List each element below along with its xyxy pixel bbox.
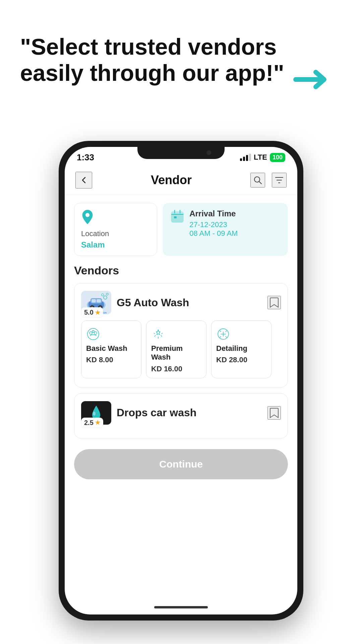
vendors-section: Vendors — [65, 264, 297, 438]
vendor-rating-drops: 2.5 ★ — [81, 418, 103, 428]
service-card-detailing[interactable]: Detailing KD 28.00 — [211, 320, 272, 378]
status-time: 1:33 — [77, 152, 94, 163]
vendors-heading: Vendors — [74, 264, 288, 277]
arrival-card: Arrival Time 27-12-2023 08 AM - 09 AM — [163, 203, 288, 256]
phone-frame: 1:33 LTE 100 Ven — [59, 141, 303, 621]
svg-rect-3 — [171, 214, 183, 222]
svg-point-1 — [85, 213, 89, 217]
premium-wash-icon — [151, 327, 201, 341]
bookmark-button-g5[interactable] — [267, 296, 281, 309]
battery-badge: 100 — [270, 153, 285, 162]
vendor-logo-wrap-drops: Drops car wash 2.5 ★ — [81, 401, 111, 425]
app-content: Vendor — [65, 166, 297, 614]
arrow-icon — [292, 66, 333, 93]
vendor-header-drops: Drops car wash 2.5 ★ Drops car wash — [81, 401, 281, 425]
continue-button[interactable]: Continue — [74, 449, 288, 479]
svg-point-25 — [93, 412, 96, 416]
svg-point-19 — [87, 328, 99, 340]
info-row: Location Salam A — [65, 195, 297, 264]
svg-point-22 — [94, 332, 97, 334]
quote-section: "Select trusted vendors easily through o… — [20, 34, 342, 93]
home-indicator — [154, 606, 208, 608]
service-card-basic-wash[interactable]: Basic Wash KD 8.00 — [81, 320, 141, 378]
svg-rect-4 — [174, 216, 177, 218]
star-icon-drops: ★ — [95, 419, 100, 426]
location-card: Location Salam — [74, 203, 157, 256]
svg-rect-9 — [92, 299, 96, 303]
service-card-premium-wash[interactable]: Premium Wash KD 16.00 — [146, 320, 206, 378]
arrival-title: Arrival Time — [189, 209, 238, 218]
detailing-icon — [216, 327, 266, 341]
basic-wash-name: Basic Wash — [86, 344, 136, 353]
location-pin-icon — [81, 209, 94, 226]
back-button[interactable] — [75, 172, 92, 189]
vendor-header-g5: G5 AUTO WASH 5.0 ★ G5 Auto Wash — [81, 291, 281, 314]
detailing-price: KD 28.00 — [216, 356, 266, 364]
arrival-info: Arrival Time 27-12-2023 08 AM - 09 AM — [189, 209, 238, 238]
vendor-card-g5: G5 AUTO WASH 5.0 ★ G5 Auto Wash — [74, 283, 288, 387]
svg-rect-10 — [97, 299, 101, 303]
premium-wash-name: Premium Wash — [151, 344, 201, 362]
quote-text: "Select trusted vendors easily through o… — [20, 34, 284, 86]
camera-dot — [206, 150, 211, 155]
arrival-date: 27-12-2023 — [189, 220, 238, 229]
search-button[interactable] — [250, 173, 265, 187]
location-value: Salam — [81, 240, 105, 250]
nav-title: Vendor — [151, 173, 192, 187]
continue-btn-wrap: Continue — [65, 444, 297, 489]
status-icons: LTE 100 — [240, 153, 285, 162]
premium-wash-price: KD 16.00 — [151, 365, 201, 373]
detailing-name: Detailing — [216, 344, 266, 353]
vendor-logo-wrap-g5: G5 AUTO WASH 5.0 ★ — [81, 291, 111, 314]
star-icon: ★ — [95, 309, 100, 316]
services-row-g5: Basic Wash KD 8.00 — [81, 320, 281, 380]
basic-wash-price: KD 8.00 — [86, 356, 136, 364]
svg-point-21 — [92, 330, 94, 332]
signal-icon — [240, 154, 251, 161]
vendor-rating-g5: 5.0 ★ — [81, 307, 103, 318]
filter-button[interactable] — [272, 173, 287, 187]
bookmark-button-drops[interactable] — [267, 406, 281, 420]
phone-screen: 1:33 LTE 100 Ven — [65, 147, 297, 614]
calendar-icon — [170, 209, 185, 225]
vendor-card-drops: Drops car wash 2.5 ★ Drops car wash — [74, 393, 288, 438]
vendor-name-drops: Drops car wash — [117, 407, 262, 419]
nav-bar: Vendor — [65, 166, 297, 195]
basic-wash-icon — [86, 327, 136, 341]
lte-label: LTE — [254, 153, 267, 162]
arrival-time-range: 08 AM - 09 AM — [189, 229, 238, 238]
vendor-name-g5: G5 Auto Wash — [117, 297, 262, 309]
nav-actions — [250, 173, 287, 187]
location-label: Location — [81, 229, 109, 238]
svg-point-20 — [89, 332, 92, 334]
phone-notch — [137, 147, 225, 159]
